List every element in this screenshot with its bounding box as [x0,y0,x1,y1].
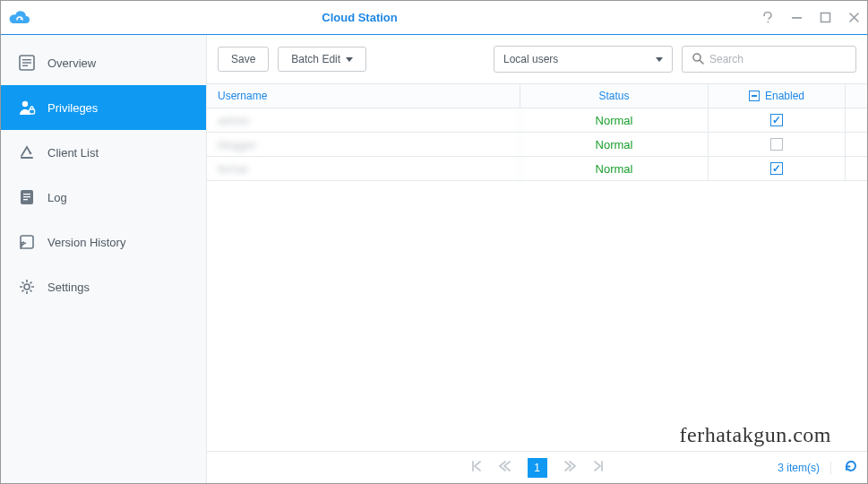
chevron-down-icon [656,57,663,62]
svg-rect-4 [22,59,31,60]
table-header: Username Status Enabled [207,84,867,108]
svg-line-18 [700,60,703,64]
next-page-icon[interactable] [563,460,576,475]
sidebar-item-privileges[interactable]: Privileges [1,85,206,130]
table-row[interactable]: ferhat Normal [207,157,867,181]
search-input[interactable] [709,53,847,65]
item-count: 3 item(s) [778,462,831,474]
sidebar-item-label: Settings [47,281,90,294]
batch-edit-label: Batch Edit [291,53,340,65]
privileges-icon [17,98,37,117]
enabled-checkbox[interactable] [770,162,783,175]
last-page-icon[interactable] [592,460,605,475]
svg-rect-13 [23,196,30,197]
cell-username: ferhat [207,157,520,180]
cell-enabled [709,133,846,156]
close-icon[interactable] [847,12,860,24]
column-enabled-label: Enabled [765,90,804,102]
enabled-checkbox[interactable] [770,138,783,151]
cell-username: blogger [207,133,520,156]
sidebar-item-client-list[interactable]: Client List [1,130,206,175]
sidebar-item-label: Log [47,191,67,204]
svg-rect-6 [22,65,28,66]
batch-edit-button[interactable]: Batch Edit [278,47,366,72]
log-icon [17,187,37,207]
current-page[interactable]: 1 [528,458,547,478]
sidebar-item-version-history[interactable]: Version History [1,220,206,264]
first-page-icon[interactable] [470,460,483,475]
svg-point-9 [30,152,32,155]
svg-point-16 [24,284,30,290]
toolbar: Save Batch Edit Local users [207,35,867,83]
client-list-icon [17,143,37,162]
settings-icon [17,277,37,297]
overview-icon [17,53,37,73]
cell-username: admin [207,108,520,132]
content-area: Save Batch Edit Local users Username Sta… [207,35,867,483]
table-row[interactable]: blogger Normal [207,133,867,157]
cell-enabled [709,157,846,180]
cell-status: Normal [520,133,709,156]
search-icon [692,52,704,67]
column-status[interactable]: Status [520,84,709,108]
sidebar: Overview Privileges Client List Log Vers… [1,35,207,483]
cell-enabled [709,108,846,132]
sidebar-item-label: Privileges [47,101,98,115]
svg-rect-12 [23,194,30,194]
maximize-icon[interactable] [819,12,831,24]
column-enabled[interactable]: Enabled [709,84,846,108]
search-box [682,46,856,73]
column-username[interactable]: Username [207,84,520,108]
sidebar-item-label: Version History [47,236,125,249]
sidebar-item-overview[interactable]: Overview [1,40,206,85]
svg-rect-5 [22,62,31,63]
svg-rect-0 [767,22,769,23]
help-icon[interactable] [761,12,774,24]
cell-status: Normal [520,108,709,132]
user-table: Username Status Enabled admin Normal blo… [207,83,867,451]
version-history-icon [17,232,37,252]
table-row[interactable]: admin Normal [207,108,867,133]
tristate-icon [749,91,760,101]
user-type-select[interactable]: Local users [494,46,673,73]
enabled-checkbox[interactable] [770,114,783,126]
user-type-selected: Local users [503,53,558,65]
sidebar-item-settings[interactable]: Settings [1,264,206,309]
svg-rect-2 [821,13,829,22]
sidebar-item-log[interactable]: Log [1,175,206,220]
refresh-icon[interactable] [844,459,858,477]
window-controls [761,12,860,24]
paginator: 1 3 item(s) [207,451,867,483]
cell-status: Normal [520,157,709,180]
svg-rect-14 [23,199,28,200]
prev-page-icon[interactable] [499,460,511,475]
save-button[interactable]: Save [218,47,269,72]
sidebar-item-label: Overview [47,56,96,70]
svg-point-7 [22,101,28,107]
svg-rect-10 [21,157,33,159]
sidebar-item-label: Client List [47,146,99,160]
minimize-icon[interactable] [790,12,803,24]
title-bar: Cloud Station [1,1,867,35]
window-title: Cloud Station [0,11,761,24]
chevron-down-icon [346,57,353,62]
svg-rect-1 [792,17,802,19]
